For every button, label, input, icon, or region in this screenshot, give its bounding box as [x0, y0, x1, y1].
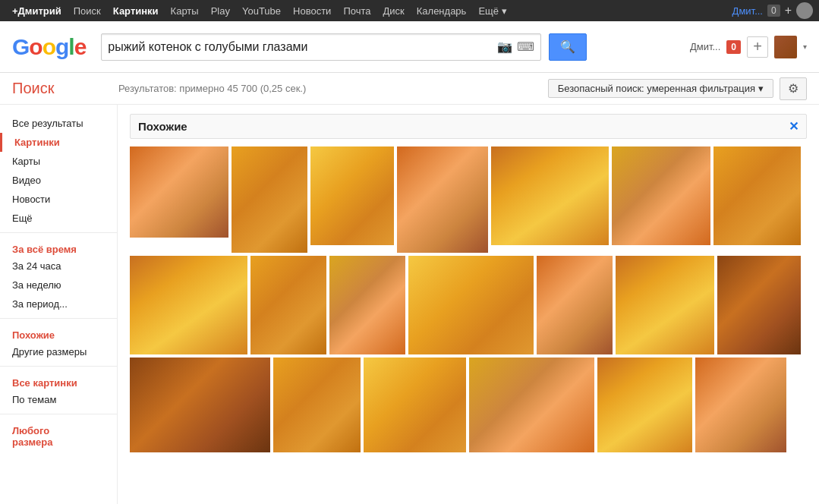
logo-g2: g [55, 34, 68, 59]
toolbar: Поиск Результатов: примерно 45 700 (0,25… [0, 73, 819, 105]
sidebar-item-maps[interactable]: Карты [0, 152, 117, 171]
search-bar: 📷 ⌨ [101, 33, 541, 61]
header-notif-badge[interactable]: 0 [726, 40, 741, 54]
nav-item-mail[interactable]: Почта [337, 0, 376, 21]
google-logo: Google [12, 34, 86, 60]
image-thumb[interactable] [310, 146, 394, 245]
sidebar-all-images-header[interactable]: Все картинки [0, 371, 117, 390]
image-row-2 [130, 256, 807, 354]
image-thumb[interactable] [597, 358, 692, 452]
image-thumb[interactable] [717, 256, 801, 354]
sidebar-divider-1 [0, 232, 117, 233]
header: Google 📷 ⌨ 🔍 Дмит... 0 + ▾ [0, 21, 819, 73]
image-thumb[interactable] [537, 256, 613, 354]
nav-item-calendar[interactable]: Календарь [411, 0, 473, 21]
sidebar-period[interactable]: За период... [0, 295, 117, 313]
image-thumb[interactable] [713, 146, 801, 245]
image-row-1 [130, 146, 807, 253]
sidebar-week[interactable]: За неделю [0, 276, 117, 295]
nav-item-more[interactable]: Ещё ▾ [472, 0, 512, 21]
header-username: Дмит... [690, 41, 720, 52]
image-thumb[interactable] [130, 256, 247, 354]
logo-o1: o [29, 34, 42, 59]
safe-search-label: Безопасный поиск: умеренная фильтрация [558, 83, 755, 94]
sidebar-item-news[interactable]: Новости [0, 190, 117, 209]
sidebar-item-images[interactable]: Картинки [0, 133, 117, 152]
similar-close-button[interactable]: ✕ [789, 119, 799, 134]
image-thumb[interactable] [329, 256, 405, 354]
image-thumb[interactable] [273, 358, 361, 452]
sidebar-item-all[interactable]: Все результаты [0, 114, 117, 133]
sidebar-item-more[interactable]: Ещё [0, 209, 117, 228]
image-thumb[interactable] [469, 358, 594, 452]
nav-item-dmitry[interactable]: +Дмитрий [6, 0, 68, 21]
similar-panel-header: Похожие ✕ [130, 114, 807, 139]
search-button[interactable]: 🔍 [549, 33, 587, 61]
header-add-button[interactable]: + [747, 36, 768, 58]
sidebar-divider-4 [0, 414, 117, 414]
image-thumb[interactable] [250, 256, 326, 354]
nav-item-images[interactable]: Картинки [107, 0, 165, 21]
sidebar-other-sizes[interactable]: Другие размеры [0, 342, 117, 361]
similar-title: Похожие [138, 120, 187, 133]
safe-search-chevron-icon: ▾ [758, 83, 764, 94]
image-thumb[interactable] [616, 256, 714, 354]
top-navigation: +Дмитрий Поиск Картинки Карты Play YouTu… [0, 0, 819, 21]
safe-search-button[interactable]: Безопасный поиск: умеренная фильтрация ▾ [548, 79, 773, 98]
keyboard-icon[interactable]: ⌨ [517, 39, 534, 54]
settings-gear-icon: ⚙ [788, 81, 799, 96]
sidebar-divider-3 [0, 366, 117, 367]
top-add-btn[interactable]: + [785, 4, 792, 17]
image-thumb[interactable] [695, 358, 786, 452]
header-avatar[interactable] [774, 36, 797, 58]
logo-g: G [12, 34, 29, 59]
sidebar-24h[interactable]: За 24 часа [0, 257, 117, 276]
user-area-header: Дмит... 0 + ▾ [690, 36, 807, 58]
image-results-content: Похожие ✕ [118, 105, 819, 504]
user-area-top: Дмит... 0 + [732, 2, 813, 19]
image-thumb[interactable] [232, 146, 307, 253]
logo-e: e [74, 34, 87, 59]
avatar-dropdown-arrow[interactable]: ▾ [803, 43, 807, 51]
sidebar-by-theme[interactable]: По темам [0, 390, 117, 409]
top-username[interactable]: Дмит... [732, 5, 763, 17]
image-thumb[interactable] [130, 146, 228, 238]
results-info: Результатов: примерно 45 700 (0,25 сек.) [118, 83, 548, 94]
nav-item-search[interactable]: Поиск [68, 0, 107, 21]
logo-o2: o [43, 34, 55, 59]
image-thumb[interactable] [408, 256, 534, 354]
image-thumb[interactable] [364, 358, 466, 452]
top-notif-badge: 0 [767, 5, 780, 17]
sidebar-size-header[interactable]: Любогоразмера [0, 419, 117, 449]
sidebar-time-header[interactable]: За всё время [0, 238, 117, 257]
nav-item-news[interactable]: Новости [287, 0, 337, 21]
image-thumb[interactable] [612, 146, 710, 245]
search-input[interactable] [108, 40, 493, 54]
sidebar-item-video[interactable]: Видео [0, 171, 117, 190]
nav-item-play[interactable]: Play [205, 0, 236, 21]
nav-item-disk[interactable]: Диск [376, 0, 410, 21]
image-thumb[interactable] [397, 146, 488, 253]
page-section-label: Поиск [12, 80, 118, 97]
sidebar-divider-2 [0, 318, 117, 319]
sidebar-similar-header[interactable]: Похожие [0, 323, 117, 342]
nav-item-youtube[interactable]: YouTube [236, 0, 287, 21]
main-content: Все результаты Картинки Карты Видео Ново… [0, 105, 819, 504]
image-row-3 [130, 358, 807, 452]
top-avatar [796, 2, 813, 19]
sidebar: Все результаты Картинки Карты Видео Ново… [0, 105, 118, 504]
image-thumb[interactable] [130, 358, 270, 452]
settings-button[interactable]: ⚙ [780, 77, 807, 100]
nav-item-maps[interactable]: Карты [165, 0, 205, 21]
image-thumb[interactable] [491, 146, 609, 245]
search-magnifier-icon: 🔍 [560, 40, 575, 53]
logo-l: l [68, 34, 74, 59]
camera-icon[interactable]: 📷 [497, 39, 512, 54]
